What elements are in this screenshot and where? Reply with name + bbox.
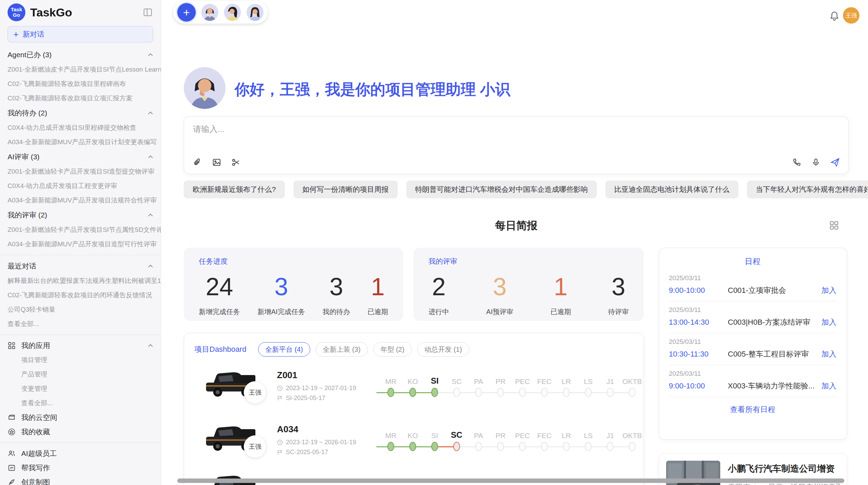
agent-avatar-1[interactable]: [201, 4, 218, 21]
suggestion-chip[interactable]: 特朗普可能对进口汽车增税会对中国车企造成哪些影响: [406, 181, 597, 198]
sidebar-item[interactable]: C02-飞腾新能源轻客改款项目里程碑画布: [0, 77, 161, 91]
sidebar: Task Go TaskGo + 新对话 Agent已办 (3) Z001-全新…: [0, 0, 161, 485]
join-button[interactable]: 加入: [821, 285, 836, 296]
stat-value: 24: [206, 274, 233, 299]
sidebar-item-cloud-space[interactable]: 我的云空间: [0, 410, 161, 425]
milestone-pa: PA: [468, 373, 490, 398]
milestone-ls: LS: [577, 427, 599, 452]
sidebar-item[interactable]: A034-全新新能源MUV产品开发项目法规符合性评审: [0, 193, 161, 208]
event-name: X003-车辆动力学性能验...: [728, 381, 818, 391]
chevron-up-icon: [148, 264, 153, 268]
sidebar-item[interactable]: 公司Q3轻卡销量: [0, 302, 161, 317]
sidebar-item[interactable]: 查看全部...: [0, 317, 161, 331]
milestone-lr: LR: [555, 427, 577, 452]
new-conversation-button[interactable]: +: [177, 3, 196, 22]
agent-avatar-2[interactable]: [224, 4, 241, 21]
suggestion-chip[interactable]: 欧洲新规最近颁布了什么?: [184, 181, 285, 198]
layout-grid-icon[interactable]: [829, 220, 839, 231]
sidebar-item[interactable]: 项目管理: [0, 353, 161, 367]
schedule-event: 2025/03/11 9:00-10:00 X003-车辆动力学性能验... 加…: [669, 365, 836, 397]
horizontal-scrollbar[interactable]: [177, 478, 844, 483]
milestone-fec: FEC: [533, 373, 555, 398]
sidebar-item[interactable]: 解释最新出台的欧盟报废车法规再生塑料比例被调至15%...: [0, 274, 161, 288]
dashboard-filter[interactable]: 全新平台 (4): [258, 342, 310, 357]
dashboard-filter[interactable]: 全新上装 (3): [316, 342, 368, 357]
event-date: 2025/03/11: [669, 338, 836, 346]
sidebar-item-help-write[interactable]: 帮我写作: [0, 461, 161, 475]
milestone-j1: J1: [599, 427, 621, 452]
milestone-si: SI: [424, 427, 446, 452]
milestone-ls: LS: [577, 373, 599, 398]
section-header-my-todo[interactable]: 我的待办 (2): [0, 105, 161, 121]
sidebar-item[interactable]: Z001-全新燃油轻卡产品开发项目SI造型提交物评审: [0, 164, 161, 179]
project-image: 王强: [203, 418, 277, 462]
sidebar-item[interactable]: Z001-全新燃油轻卡产品开发项目SI节点属性5D文件评审: [0, 223, 161, 237]
sidebar-item[interactable]: C0X4-动力总成开发项目工程变更评审: [0, 179, 161, 193]
event-time: 10:30-11:30: [669, 350, 728, 359]
chevron-up-icon: [148, 344, 153, 347]
card-title: 任务进度: [199, 257, 388, 266]
dashboard-filter[interactable]: 年型 (2): [373, 342, 412, 357]
milestone-mr: MR: [380, 373, 402, 398]
stat-value: 3: [274, 274, 288, 299]
feather-pen-icon: [8, 478, 16, 485]
sidebar-item[interactable]: A034-全新新能源MUV产品开发项目造型可行性评审: [0, 237, 161, 251]
view-all-schedule-link[interactable]: 查看所有日程: [669, 397, 836, 422]
section-header-agent-done[interactable]: Agent已办 (3): [0, 47, 161, 62]
project-code: Z001: [277, 370, 380, 381]
divider: [0, 335, 161, 335]
sidebar-header: Task Go TaskGo: [0, 0, 161, 25]
clock-icon: [277, 439, 283, 445]
chevron-up-icon: [148, 213, 153, 217]
section-list-my-review: Z001-全新燃油轻卡产品开发项目SI节点属性5D文件评审 A034-全新新能源…: [0, 223, 161, 251]
dashboard-filter[interactable]: 动总开发 (1): [417, 342, 469, 357]
suggestion-chip[interactable]: 如何写一份清晰的项目周报: [293, 181, 398, 198]
section-header-recent[interactable]: 最近对话: [0, 259, 161, 274]
user-avatar[interactable]: 王强: [843, 7, 859, 24]
sidebar-item[interactable]: C02-飞腾新能源轻客改款项目的闭环通告反馈情况: [0, 288, 161, 302]
sidebar-item-label: 我的云空间: [21, 413, 57, 422]
sidebar-item-my-apps[interactable]: 我的应用: [0, 338, 161, 353]
milestone-dot-pec: [519, 442, 526, 451]
suggestion-chip[interactable]: 比亚迪全固态电池计划具体说了什么: [605, 181, 738, 198]
card-title: 我的评审: [429, 257, 629, 266]
sidebar-item[interactable]: A034-全新新能源MUV产品开发项目计划变更表编写: [0, 135, 161, 149]
milestone-dot-pa: [475, 388, 482, 397]
sidebar-item-label: 我的收藏: [21, 427, 50, 437]
star-badge-icon: [8, 428, 16, 436]
sidebar-toggle-icon[interactable]: [142, 7, 153, 18]
sidebar-item[interactable]: C0X4-动力总成开发项目SI里程碑提交物检查: [0, 121, 161, 135]
sidebar-item[interactable]: 查看全部...: [0, 396, 161, 410]
flag-icon: [277, 395, 283, 401]
section-header-my-review[interactable]: 我的评审 (2): [0, 208, 161, 223]
sidebar-item[interactable]: 产品管理: [0, 367, 161, 382]
section-list-my-todo: C0X4-动力总成开发项目SI里程碑提交物检查 A034-全新新能源MUV产品开…: [0, 121, 161, 149]
image-icon[interactable]: [212, 157, 222, 167]
sidebar-item-ai-super-staff[interactable]: AI超级员工: [0, 446, 161, 461]
logo-line2: Go: [13, 12, 20, 18]
sidebar-item[interactable]: Z001-全新燃油皮卡产品开发项目SI节点Lesson Learn报告: [0, 62, 161, 77]
send-icon[interactable]: [830, 157, 840, 167]
scissors-icon[interactable]: [231, 157, 241, 167]
join-button[interactable]: 加入: [821, 349, 836, 359]
join-button[interactable]: 加入: [821, 381, 836, 391]
notifications-bell-icon[interactable]: [829, 10, 840, 21]
suggestion-chip[interactable]: 当下年轻人对汽车外观有怎样的喜好趋势: [747, 181, 868, 198]
project-row[interactable]: 王强 Z001 2023-12-19 ~ 2027-01-19 SI-2025-…: [184, 359, 643, 413]
new-chat-button[interactable]: + 新对话: [8, 26, 153, 42]
agent-avatar-3[interactable]: [246, 4, 264, 21]
chat-input[interactable]: [192, 123, 840, 148]
sidebar-item-favorites[interactable]: 我的收藏: [0, 425, 161, 439]
microphone-icon[interactable]: [811, 157, 821, 167]
join-button[interactable]: 加入: [821, 317, 836, 327]
sidebar-item[interactable]: C02-飞腾新能源轻客改款项目立项汇报方案: [0, 91, 161, 105]
phone-call-icon[interactable]: [792, 157, 802, 167]
sidebar-item[interactable]: 变更管理: [0, 382, 161, 396]
people-icon: [8, 449, 16, 458]
sidebar-item-creative-draw[interactable]: 创意制图: [0, 475, 161, 485]
project-row[interactable]: 王强 A034 2023-12-19 ~ 2026-01-19 SC-2025-…: [184, 413, 643, 467]
attachment-icon[interactable]: [192, 157, 203, 167]
milestone-sc: SC: [446, 373, 468, 398]
section-header-ai-review[interactable]: AI评审 (3): [0, 149, 161, 164]
section-list-recent: 解释最新出台的欧盟报废车法规再生塑料比例被调至15%... C02-飞腾新能源轻…: [0, 274, 161, 331]
